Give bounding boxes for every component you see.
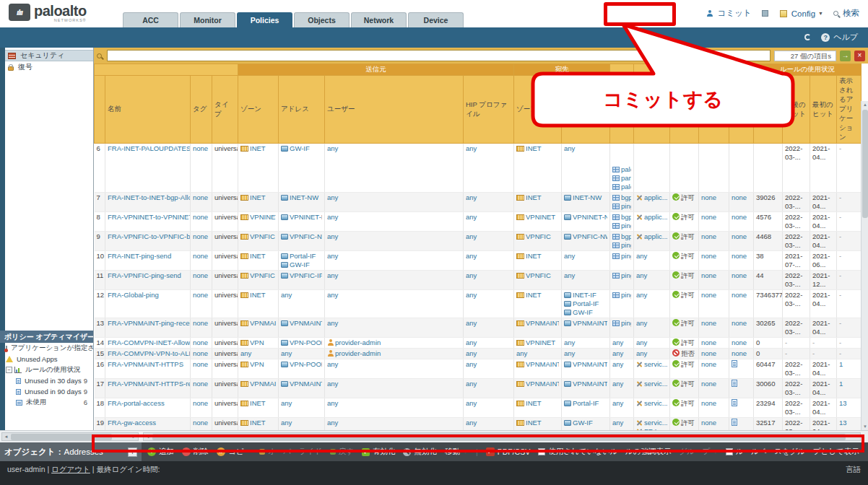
rule-name-link[interactable]: FRA-portal-access <box>108 399 165 407</box>
cell-value[interactable]: INET <box>526 419 542 427</box>
cell-value[interactable]: VPNMAINT <box>526 380 559 388</box>
rule-name-link[interactable]: FRA-COMVPN-INET-Allow <box>108 338 190 346</box>
optimizer-item[interactable]: Unused Apps <box>0 354 93 364</box>
column-header-10[interactable]: サービス <box>634 76 670 144</box>
table-hscrollbar[interactable]: ◄ <box>143 432 861 441</box>
clear-filter-button[interactable]: × <box>854 51 865 61</box>
cell-value[interactable]: bgp <box>621 193 631 201</box>
cell-value[interactable]: VPNMAINT-NW <box>290 380 322 388</box>
rule-name-link[interactable]: FRA-VPNINET-to-VPNINET-bgp-Allow <box>108 213 191 221</box>
cell-value[interactable]: VPNINET <box>526 338 555 346</box>
log-options-icon[interactable] <box>732 360 737 367</box>
commit-button[interactable]: コミット <box>707 8 752 19</box>
save-icon[interactable] <box>762 10 768 17</box>
column-header-0[interactable]: 名前 <box>105 76 191 144</box>
tab-device[interactable]: Device <box>408 12 464 27</box>
cell-value[interactable]: INET <box>250 252 266 260</box>
rule-name-link[interactable]: FRA-INET-ping-send <box>108 252 171 260</box>
cell-value[interactable]: servic... <box>644 399 667 407</box>
rule-row-9[interactable]: 9FRA-VPNFIC-to-VPNFIC-bgp-Allownoneunive… <box>95 232 862 251</box>
cell-value[interactable]: ping <box>621 319 631 327</box>
cell-rule-name[interactable]: FRA-VPNMAINT-HTTPS <box>105 359 191 379</box>
cell-value[interactable]: INET <box>526 252 542 260</box>
config-menu[interactable]: Config ▼ <box>780 9 823 18</box>
rule-name-link[interactable]: FRA-VPNFIC-ping-send <box>108 271 181 279</box>
cell-value[interactable]: VPNINET-NW <box>573 213 607 221</box>
rule-row-19[interactable]: 19FRA-gw-accessnoneuniversalINETanyanyan… <box>95 418 862 431</box>
cell-value[interactable]: VPNFIC <box>250 271 275 279</box>
checkbox-icon[interactable] <box>538 448 545 455</box>
rule-name-link[interactable]: FRA-VPNMAINT-HTTPS <box>108 360 183 368</box>
cell-value[interactable]: paloal... <box>621 165 631 173</box>
cell-value[interactable]: VPNMAINT-NW <box>290 319 322 327</box>
cell-value[interactable]: Portal-IF <box>573 399 599 407</box>
column-header-8[interactable]: アドレス <box>562 76 610 144</box>
tab-monitor[interactable]: Monitor <box>180 12 235 27</box>
cell-value[interactable]: applic... <box>644 193 667 201</box>
cell-rule-name[interactable]: FRA-VPNFIC-ping-send <box>105 271 191 290</box>
log-options-icon[interactable] <box>732 419 737 426</box>
column-header-13[interactable]: オプション <box>729 76 754 144</box>
table-vertical-scrollbar[interactable]: ▲ ▼ <box>861 101 868 430</box>
cell-value[interactable]: VPNMAINT-NW <box>573 380 607 388</box>
rules-filter-input[interactable] <box>107 50 771 61</box>
cell-value[interactable]: pan-d... <box>621 174 631 182</box>
cell-value[interactable]: ping <box>621 202 631 210</box>
cell-value[interactable]: VPNFIC <box>526 271 551 279</box>
sidebar-hscrollbar[interactable]: ◄ ► <box>1 432 139 441</box>
refresh-icon[interactable] <box>804 34 811 40</box>
log-options-icon[interactable] <box>732 380 737 387</box>
cell-value[interactable]: GW-IF <box>573 308 593 316</box>
cell-value[interactable]: VPNMAINT <box>250 380 276 388</box>
toolbar-PDF/CSV[interactable]: PPDF/CSV <box>486 447 531 456</box>
rule-name-link[interactable]: FRA-VPNFIC-to-VPNFIC-bgp-Allow <box>108 232 191 240</box>
cell-value[interactable]: GW-IF <box>573 419 593 427</box>
tab-policies[interactable]: Policies <box>237 12 292 27</box>
column-header-17[interactable]: 表示されるアプリケーション <box>837 76 862 144</box>
rule-row-14[interactable]: 14FRA-COMVPN-INET-AllownoneuniversalVPNV… <box>95 338 862 349</box>
cell-value[interactable]: GW-IF <box>290 144 310 152</box>
scroll-down-icon[interactable]: ▼ <box>862 423 868 430</box>
column-header-15[interactable]: 最後のヒット <box>783 76 810 144</box>
cell-value[interactable]: VPNFIC-IF <box>290 271 322 279</box>
sidebar-item-decryption[interactable]: 復号 <box>5 61 93 73</box>
toolbar-無効化[interactable]: 無効化 <box>403 447 437 457</box>
rule-row-13[interactable]: 13FRA-VPNMAINT-ping-receivenoneuniversal… <box>95 318 862 338</box>
cell-value[interactable]: VPNMAINT <box>526 319 559 327</box>
cell-value[interactable]: INET-NW <box>573 193 602 201</box>
cell-value[interactable]: servic... <box>644 380 667 388</box>
cell-value[interactable]: provider-admin <box>335 349 381 357</box>
cell-value[interactable]: bgp <box>621 232 631 240</box>
rule-row-7[interactable]: 7FRA-INET-to-INET-bgp-Allownoneuniversal… <box>95 193 862 212</box>
cell-value[interactable]: ping <box>621 241 631 249</box>
cell-value[interactable]: VPNMAINT <box>526 360 559 368</box>
optimizer-item[interactable]: Unused in 90 days9 <box>0 386 93 397</box>
toolbar-削除[interactable]: −削除 <box>182 447 209 457</box>
toolbar-使用されていないルールの強調表示[interactable]: 使用されていないルールの強調表示 <box>538 447 671 457</box>
cell-rule-name[interactable]: FRA-Global-ping <box>105 290 191 318</box>
rule-name-link[interactable]: FRA-INET-to-INET-bgp-Allow <box>108 193 191 201</box>
cell-value[interactable]: VPNMAINT-NW <box>573 360 607 368</box>
optimizer-item[interactable]: 未使用6 <box>0 397 93 408</box>
cell-value[interactable]: servic... <box>644 419 667 427</box>
column-header-7[interactable]: ゾーン <box>514 76 562 144</box>
cell-value[interactable]: ping <box>621 271 631 279</box>
rule-name-link[interactable]: FRA-VPNMAINT-HTTPS-receive <box>108 380 191 388</box>
rule-row-6[interactable]: 6FRA-INET-PALOUPDATESnoneuniversalINETGW… <box>95 144 862 193</box>
cell-value[interactable]: VPNFIC-NW <box>290 232 322 240</box>
cell-value[interactable]: ping <box>621 291 631 299</box>
rule-row-18[interactable]: 18FRA-portal-accessnoneuniversalINETanya… <box>95 398 862 418</box>
cell-value[interactable]: VPNMAINT-NW <box>573 319 607 327</box>
column-header-4[interactable]: アドレス <box>279 76 325 144</box>
tree-collapse-icon[interactable]: − <box>6 367 12 373</box>
rule-name-link[interactable]: FRA-gw-access <box>108 419 156 427</box>
scroll-left-icon[interactable]: ◄ <box>144 433 152 440</box>
cell-rule-name[interactable]: FRA-INET-to-INET-bgp-Allow <box>105 193 191 212</box>
tab-network[interactable]: Network <box>351 12 407 27</box>
expand-object-panel-button[interactable]: + <box>128 447 137 457</box>
cell-rule-name[interactable]: FRA-VPNMAINT-ping-receive <box>105 318 191 338</box>
rule-name-link[interactable]: FRA-COMVPN-VPN-to-ALLDENY <box>108 349 191 357</box>
cell-rule-name[interactable]: FRA-INET-ping-send <box>105 251 191 271</box>
cell-value[interactable]: INET <box>250 144 266 152</box>
sidebar-hscroll-thumb[interactable] <box>11 434 112 440</box>
